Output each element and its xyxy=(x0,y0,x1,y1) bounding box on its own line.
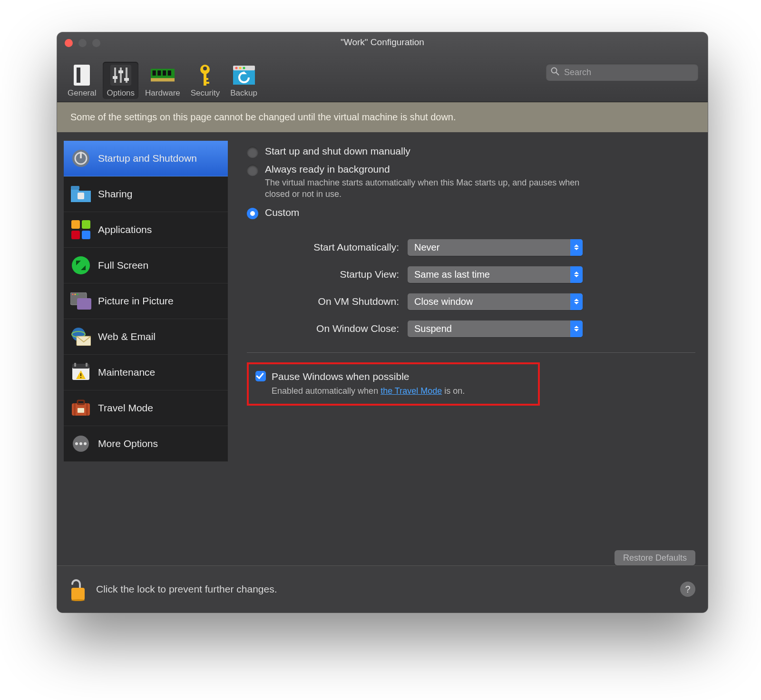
sidebar-item-label: Web & Email xyxy=(98,331,156,342)
sidebar-item-label: Sharing xyxy=(98,188,132,200)
toolbar-backup[interactable]: Backup xyxy=(226,62,261,99)
svg-point-38 xyxy=(72,294,74,295)
toolbar-options[interactable]: Options xyxy=(103,62,138,99)
svg-rect-34 xyxy=(71,231,80,239)
sidebar-item-label: More Options xyxy=(98,438,158,449)
toolbar: General Options Hardware xyxy=(64,62,261,99)
sidebar-item-travel-mode[interactable]: Travel Mode xyxy=(64,390,228,426)
svg-rect-1 xyxy=(77,68,80,83)
svg-rect-30 xyxy=(71,186,79,190)
svg-rect-54 xyxy=(78,408,84,413)
svg-rect-32 xyxy=(71,220,80,229)
custom-form: Start Automatically: Never Startup View:… xyxy=(266,239,695,348)
radio-always-row: Always ready in background The virtual m… xyxy=(247,164,695,200)
svg-rect-59 xyxy=(71,588,85,600)
config-window: "Work" Configuration General Options xyxy=(57,32,708,612)
svg-point-39 xyxy=(75,294,76,295)
select-startup-view[interactable]: Same as last time xyxy=(408,266,583,283)
sidebar-item-more-options[interactable]: More Options xyxy=(64,426,228,462)
folder-share-icon xyxy=(70,184,91,204)
sidebar-item-pip[interactable]: Picture in Picture xyxy=(64,283,228,319)
search-field[interactable] xyxy=(546,64,698,81)
restore-defaults-button[interactable]: Restore Defaults xyxy=(615,550,695,565)
svg-rect-29 xyxy=(80,152,82,158)
select-value: Suspend xyxy=(414,323,452,334)
footer: Click the lock to prevent further change… xyxy=(57,565,708,612)
sidebar-item-maintenance[interactable]: Maintenance xyxy=(64,355,228,390)
sidebar-item-label: Travel Mode xyxy=(98,402,153,414)
highlight-annotation: Pause Windows when possible Enabled auto… xyxy=(247,362,540,406)
travel-mode-link[interactable]: the Travel Mode xyxy=(380,386,442,396)
pause-checkbox-row: Pause Windows when possible Enabled auto… xyxy=(255,371,531,396)
svg-rect-0 xyxy=(74,65,90,86)
key-icon xyxy=(193,64,217,87)
toolbar-label: Backup xyxy=(230,88,257,98)
svg-rect-41 xyxy=(77,298,91,310)
checkbox-pause-windows[interactable] xyxy=(255,371,266,381)
label-on-window-close: On Window Close: xyxy=(266,323,408,334)
svg-rect-11 xyxy=(152,70,156,76)
backup-icon xyxy=(232,64,256,87)
select-on-window-close[interactable]: Suspend xyxy=(408,321,583,337)
svg-rect-47 xyxy=(86,363,88,367)
more-icon xyxy=(70,433,91,454)
web-email-icon xyxy=(70,326,91,347)
fullscreen-icon xyxy=(70,255,91,276)
sidebar-item-label: Maintenance xyxy=(98,367,155,378)
desc-pre: Enabled automatically when xyxy=(272,386,380,396)
svg-rect-51 xyxy=(78,400,84,404)
radio-manual[interactable] xyxy=(247,146,258,158)
select-start-automatically[interactable]: Never xyxy=(408,239,583,256)
search-input[interactable] xyxy=(563,67,693,78)
sidebar-item-web-email[interactable]: Web & Email xyxy=(64,319,228,355)
svg-point-40 xyxy=(77,294,78,295)
toolbar-hardware[interactable]: Hardware xyxy=(141,62,184,99)
svg-rect-31 xyxy=(78,193,84,199)
svg-rect-14 xyxy=(168,70,171,76)
sidebar-item-label: Applications xyxy=(98,224,152,235)
radio-manual-row: Start up and shut down manually xyxy=(247,146,695,157)
sidebar-item-startup-shutdown[interactable]: Startup and Shutdown xyxy=(64,141,228,176)
toolbar-label: Options xyxy=(107,88,135,98)
svg-rect-18 xyxy=(204,82,209,84)
sidebar: Startup and Shutdown Sharing Application… xyxy=(57,132,228,565)
svg-rect-46 xyxy=(74,363,76,367)
toolbar-general[interactable]: General xyxy=(64,62,100,99)
row-on-window-close: On Window Close: Suspend xyxy=(266,321,695,337)
toolbar-security[interactable]: Security xyxy=(187,62,224,99)
content-pane: Start up and shut down manually Always r… xyxy=(228,132,708,565)
maintenance-icon xyxy=(70,362,91,383)
search-icon xyxy=(551,67,559,78)
svg-point-23 xyxy=(243,67,245,69)
window-title: "Work" Configuration xyxy=(57,37,708,48)
svg-rect-53 xyxy=(86,403,88,416)
sliders-icon xyxy=(109,64,133,87)
lock-open-icon[interactable] xyxy=(69,579,87,599)
svg-rect-4 xyxy=(120,68,122,83)
chevron-updown-icon xyxy=(570,321,583,337)
select-value: Close window xyxy=(414,296,473,307)
separator xyxy=(247,352,695,353)
svg-rect-52 xyxy=(74,403,76,416)
radio-custom[interactable] xyxy=(247,208,258,219)
select-on-vm-shutdown[interactable]: Close window xyxy=(408,293,583,310)
svg-point-22 xyxy=(239,67,241,69)
svg-rect-35 xyxy=(82,231,90,239)
sidebar-item-full-screen[interactable]: Full Screen xyxy=(64,248,228,283)
radio-always-desc: The virtual machine starts automatically… xyxy=(265,177,598,200)
svg-point-57 xyxy=(79,442,82,445)
chevron-updown-icon xyxy=(570,239,583,256)
svg-point-36 xyxy=(72,256,90,274)
radio-custom-label: Custom xyxy=(265,207,695,218)
radio-always[interactable] xyxy=(247,165,258,176)
svg-point-16 xyxy=(203,67,207,70)
help-button[interactable]: ? xyxy=(680,582,695,597)
sidebar-list: Startup and Shutdown Sharing Application… xyxy=(64,141,228,462)
titlebar: "Work" Configuration General Options xyxy=(57,32,708,102)
radio-manual-label: Start up and shut down manually xyxy=(265,146,695,157)
sidebar-item-applications[interactable]: Applications xyxy=(64,212,228,248)
checkbox-pause-label: Pause Windows when possible xyxy=(272,371,465,382)
toolbar-label: Hardware xyxy=(145,88,180,98)
row-on-vm-shutdown: On VM Shutdown: Close window xyxy=(266,293,695,310)
sidebar-item-sharing[interactable]: Sharing xyxy=(64,176,228,212)
